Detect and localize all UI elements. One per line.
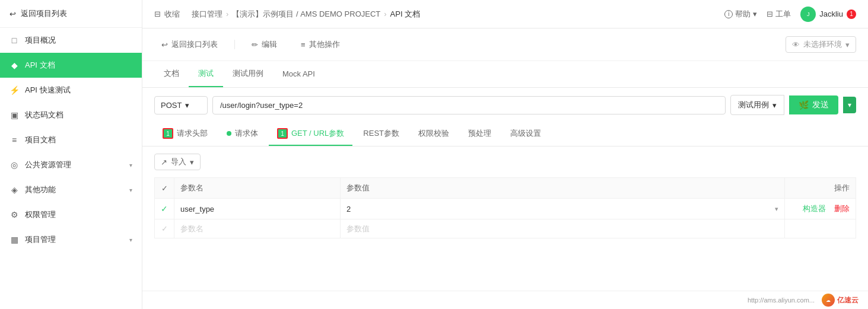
tab-test[interactable]: 测试	[189, 61, 223, 87]
empty-check-cell[interactable]: ✓	[155, 219, 174, 238]
send-label: 发送	[812, 100, 829, 110]
tab-doc[interactable]: 文档	[154, 61, 189, 87]
tab-test-label: 测试	[198, 69, 214, 78]
empty-name-cell	[174, 219, 341, 238]
sidebar-item-label: 状态码文档	[25, 110, 63, 120]
param-name-input[interactable]	[180, 205, 334, 214]
topbar-right: i 帮助 ▾ ⊟ 工单 J Jackliu 1	[724, 7, 856, 22]
test-case-select-btn[interactable]: 测试用例 ▾	[730, 95, 784, 115]
more-ops-label: 其他操作	[309, 39, 340, 50]
tab-test-case[interactable]: 测试用例	[223, 61, 273, 87]
logo-text: 亿速云	[837, 295, 859, 305]
sidebar-back-btn[interactable]: ↩ 返回项目列表	[0, 0, 142, 28]
api-test-icon: ⚡	[9, 85, 19, 95]
tab-test-case-label: 测试用例	[233, 69, 263, 78]
sidebar-item-label: 项目概况	[25, 35, 56, 46]
content-area: ↩ 返回接口列表 ✏ 编辑 ≡ 其他操作 👁 未选择环境 ▾ 文档	[142, 28, 868, 309]
body-dot-icon	[227, 131, 231, 136]
method-chevron-icon: ▾	[185, 101, 189, 110]
query-badge: 1	[277, 128, 288, 139]
req-tab-rest[interactable]: REST参数	[355, 122, 408, 146]
help-icon: i	[724, 10, 733, 18]
sidebar-item-project-doc[interactable]: ≡ 项目文档	[0, 128, 142, 152]
delete-link[interactable]: 删除	[834, 204, 850, 213]
collapse-label: 收缩	[164, 9, 180, 20]
sidebar-item-label: 权限管理	[25, 209, 56, 220]
eye-icon: 👁	[792, 40, 800, 49]
import-chevron-icon: ▾	[190, 158, 194, 167]
sidebar-item-api-test[interactable]: ⚡ API 快速测试	[0, 78, 142, 103]
send-btn[interactable]: 🌿 发送	[789, 95, 838, 114]
sidebar-item-public-resources[interactable]: ◎ 公共资源管理 ▾	[0, 152, 142, 177]
sidebar-item-label: 项目文档	[25, 135, 56, 145]
table-row: ✓ ▾ 构造器 删除	[155, 199, 856, 219]
params-table: ✓ 参数名 参数值 操作	[154, 177, 856, 238]
sidebar-item-status-doc[interactable]: ▣ 状态码文档	[0, 103, 142, 128]
sidebar-item-project-mgmt[interactable]: ▦ 项目管理 ▾	[0, 227, 142, 252]
builder-dropdown[interactable]: ▾	[775, 205, 778, 213]
param-value-input[interactable]	[346, 205, 775, 214]
sidebar-item-label: API 快速测试	[25, 85, 71, 95]
sidebar-item-other-features[interactable]: ◈ 其他功能 ▾	[0, 177, 142, 202]
main-tab-bar: 文档 测试 测试用例 Mock API	[142, 61, 868, 88]
req-tab-headers[interactable]: 1 请求头部	[154, 122, 216, 146]
sidebar-item-label: 项目管理	[25, 234, 56, 245]
send-dropdown-btn[interactable]: ▾	[843, 97, 856, 113]
headers-badge: 1	[163, 128, 173, 139]
method-selector[interactable]: POST ▾	[154, 96, 208, 114]
sidebar-item-overview[interactable]: □ 项目概况	[0, 28, 142, 53]
req-tab-auth-label: 权限校验	[418, 128, 449, 139]
builder-link[interactable]: 构造器	[803, 204, 826, 213]
workorder-btn[interactable]: ⊟ 工单	[767, 9, 791, 20]
row-check-cell[interactable]: ✓	[155, 199, 174, 219]
env-chevron-icon: ▾	[845, 40, 850, 49]
import-label: 导入	[171, 157, 186, 167]
project-mgmt-icon: ▦	[9, 235, 19, 244]
collapse-icon: ⊟	[154, 9, 161, 18]
url-input[interactable]	[212, 96, 726, 114]
empty-action-cell	[785, 219, 856, 238]
row-value-cell: ▾	[341, 199, 785, 219]
col-header-value: 参数值	[341, 178, 785, 199]
breadcrumb-part1[interactable]: 接口管理	[192, 9, 222, 20]
url-hint: http://ams.aliyun.com...	[748, 297, 815, 304]
check-icon: ✓	[161, 204, 168, 214]
expand-icon: ▾	[129, 237, 132, 243]
user-menu[interactable]: J Jackliu 1	[800, 7, 856, 22]
req-tab-auth[interactable]: 权限校验	[410, 122, 457, 146]
sidebar-item-permission[interactable]: ⚙ 权限管理	[0, 202, 142, 227]
import-btn[interactable]: ↗ 导入 ▾	[154, 154, 201, 170]
req-tab-body[interactable]: 请求体	[218, 122, 266, 146]
req-tab-body-label: 请求体	[235, 128, 258, 139]
req-tab-headers-label: 请求头部	[177, 128, 208, 139]
tab-mock[interactable]: Mock API	[273, 62, 325, 87]
back-icon: ↩	[161, 40, 168, 49]
help-btn[interactable]: i 帮助 ▾	[724, 9, 757, 20]
list-icon: ≡	[301, 40, 306, 49]
req-tab-advanced-label: 高级设置	[510, 128, 541, 139]
back-to-list-label: 返回接口列表	[171, 39, 218, 50]
help-chevron-icon: ▾	[753, 9, 757, 18]
collapse-btn[interactable]: ⊟ 收缩	[154, 9, 180, 20]
env-selector[interactable]: 👁 未选择环境 ▾	[786, 36, 856, 53]
request-tab-bar: 1 请求头部 请求体 1 GET / URL参数 REST参数 权限校验 预处理	[142, 122, 868, 146]
overview-icon: □	[9, 36, 19, 45]
back-to-list-btn[interactable]: ↩ 返回接口列表	[154, 36, 225, 53]
req-tab-advanced[interactable]: 高级设置	[502, 122, 549, 146]
row-name-cell	[174, 199, 341, 219]
req-tab-pre[interactable]: 预处理	[460, 122, 500, 146]
sidebar: ↩ 返回项目列表 □ 项目概况 ◆ API 文档 ⚡ API 快速测试 ▣ 状态…	[0, 0, 142, 309]
topbar: ⊟ 收缩 接口管理 › 【演示】示例项目 / AMS DEMO PROJECT …	[142, 0, 868, 28]
req-tab-pre-label: 预处理	[468, 128, 491, 139]
sidebar-item-api-doc[interactable]: ◆ API 文档	[0, 53, 142, 78]
url-bar: POST ▾ 测试用例 ▾ 🌿 发送 ▾	[142, 88, 868, 122]
empty-name-input[interactable]	[180, 224, 334, 233]
empty-value-input[interactable]	[346, 224, 778, 233]
send-arrow-icon: ▾	[848, 101, 851, 109]
edit-btn[interactable]: ✏ 编辑	[244, 36, 284, 53]
logo-icon: ☁	[822, 294, 835, 307]
project-doc-icon: ≡	[9, 135, 19, 145]
req-tab-query[interactable]: 1 GET / URL参数	[269, 122, 352, 146]
breadcrumb-part2[interactable]: 【演示】示例项目 / AMS DEMO PROJECT	[232, 9, 380, 20]
more-ops-btn[interactable]: ≡ 其他操作	[294, 36, 347, 53]
